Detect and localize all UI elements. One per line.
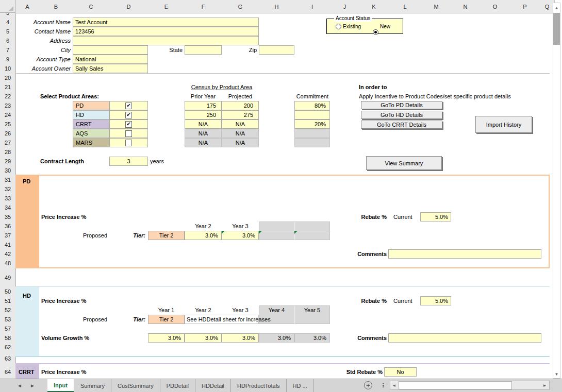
zip-field[interactable]	[259, 45, 294, 55]
row-header-53[interactable]: 53	[0, 315, 16, 325]
row-header-24[interactable]: 24	[0, 110, 16, 120]
row-header-25[interactable]: 25	[0, 120, 16, 129]
column-header-M[interactable]: M	[422, 0, 451, 13]
sheet-nav-right-icon[interactable]: ►	[30, 379, 35, 391]
census-prior-pd[interactable]: 175	[185, 101, 222, 110]
tab-hddetail[interactable]: HDDetail	[195, 379, 231, 392]
row-header-30[interactable]: 30	[0, 166, 16, 176]
v-scroll-down-icon[interactable]: ▼	[553, 370, 560, 378]
address-field[interactable]	[73, 36, 259, 45]
column-header-D[interactable]: D	[109, 0, 148, 13]
hd-rebate-field[interactable]: 5.0%	[420, 296, 451, 305]
row-header-35[interactable]: 35	[0, 212, 16, 222]
account-owner-field[interactable]: Sally Sales	[73, 64, 148, 73]
goto-button-0[interactable]: GoTo PD Details	[361, 101, 442, 109]
hd-volume-year-3[interactable]: 3.0%	[222, 333, 259, 343]
row-header-29[interactable]: 29	[0, 157, 16, 166]
pd-increase-year-2[interactable]: 3.0%	[185, 231, 222, 240]
tab-input[interactable]: Input	[47, 379, 74, 392]
row-header-36[interactable]: 36	[0, 221, 16, 231]
state-field[interactable]	[185, 45, 222, 55]
radio-existing[interactable]	[336, 24, 341, 29]
hd-volume-year-2[interactable]: 3.0%	[185, 333, 222, 343]
row-header-49[interactable]: 49	[0, 268, 16, 287]
commitment-hd[interactable]	[294, 110, 330, 120]
census-projected-hd[interactable]: 275	[222, 110, 259, 120]
column-header-N[interactable]: N	[451, 0, 481, 13]
census-prior-crrt[interactable]: N/A	[185, 120, 222, 129]
goto-button-2[interactable]: GoTo CRRT Details	[361, 121, 442, 129]
checkbox-pd[interactable]: ✔	[125, 103, 132, 109]
v-scroll-thumb[interactable]	[553, 13, 560, 45]
column-header-P[interactable]: P	[510, 0, 540, 13]
row-header-37[interactable]: 37	[0, 231, 16, 241]
row-header-34[interactable]: 34	[0, 203, 16, 213]
goto-button-1[interactable]: GoTo HD Details	[361, 111, 442, 119]
column-header-E[interactable]: E	[148, 0, 185, 13]
column-header-G[interactable]: G	[222, 0, 259, 13]
city-field[interactable]	[73, 45, 148, 55]
column-header-F[interactable]: F	[185, 0, 222, 13]
row-header-27[interactable]: 27	[0, 138, 16, 148]
tab-hd[interactable]: HD ...	[287, 379, 314, 392]
row-header-21[interactable]: 21	[0, 82, 16, 92]
view-summary-button[interactable]: View Summary	[366, 156, 442, 170]
row-header-57[interactable]: 57	[0, 324, 16, 334]
row-header-58[interactable]: 58	[0, 333, 16, 343]
column-header-H[interactable]: H	[259, 0, 295, 13]
radio-new[interactable]	[373, 29, 378, 35]
checkbox-aqs[interactable]	[125, 130, 132, 137]
h-scroll-thumb[interactable]	[399, 381, 512, 389]
row-header-32[interactable]: 32	[0, 184, 16, 194]
row-header-31[interactable]: 31	[0, 175, 16, 185]
row-header-41[interactable]: 41	[0, 240, 16, 250]
row-header-20[interactable]: 20	[0, 73, 16, 83]
row-header-22[interactable]: 22	[0, 92, 16, 101]
checkbox-mars[interactable]	[125, 140, 132, 146]
tab-pddetail[interactable]: PDDetail	[160, 379, 195, 392]
contract-length-field[interactable]: 3	[109, 157, 148, 166]
account-name-field[interactable]: Test Account	[73, 18, 259, 27]
pd-tier-cell[interactable]: Tier 2	[148, 231, 185, 240]
column-header-I[interactable]: I	[294, 0, 330, 13]
row-header-42[interactable]: 42	[0, 249, 16, 259]
checkbox-crrt[interactable]: ✔	[125, 121, 132, 128]
add-sheet-icon[interactable]: +	[364, 381, 372, 389]
pd-rebate-field[interactable]: 5.0%	[420, 212, 451, 221]
h-scroll-left-icon[interactable]: ◄	[390, 381, 398, 389]
tab-custsummary[interactable]: CustSummary	[111, 379, 160, 392]
commitment-crrt[interactable]: 20%	[294, 120, 330, 129]
census-projected-pd[interactable]: 200	[222, 101, 259, 110]
row-header-62[interactable]: 62	[0, 343, 16, 352]
column-header-C[interactable]: C	[73, 0, 110, 13]
hd-comments-field[interactable]	[388, 333, 541, 343]
column-header-K[interactable]: K	[359, 0, 389, 13]
hd-tier-cell[interactable]: Tier 2	[148, 315, 185, 324]
row-header-64[interactable]: 64	[0, 365, 16, 379]
import-history-button[interactable]: Import History	[475, 116, 532, 133]
checkbox-hd[interactable]: ✔	[125, 112, 132, 118]
crrt-std-rebate-field[interactable]: No	[384, 367, 417, 377]
row-header-48[interactable]: 48	[0, 259, 16, 268]
row-header-51[interactable]: 51	[0, 296, 16, 306]
hd-volume-year-1[interactable]: 3.0%	[148, 333, 185, 343]
census-prior-hd[interactable]: 250	[185, 110, 222, 120]
row-header-50[interactable]: 50	[0, 287, 16, 297]
column-header-B[interactable]: B	[39, 0, 73, 13]
commitment-pd[interactable]: 80%	[294, 101, 330, 110]
v-scroll-up-icon[interactable]: ▲	[553, 4, 560, 12]
column-header-L[interactable]: L	[388, 0, 422, 13]
column-header-J[interactable]: J	[330, 0, 360, 13]
pd-comments-field[interactable]	[388, 249, 541, 259]
column-header-A[interactable]: A	[15, 0, 40, 13]
row-header-26[interactable]: 26	[0, 129, 16, 139]
row-header-63[interactable]: 63	[0, 352, 16, 365]
tab-hdproducttotals[interactable]: HDProductTotals	[231, 379, 287, 392]
more-sheets-icon[interactable]: ⋮	[381, 380, 386, 390]
contact-name-field[interactable]: 123456	[73, 27, 259, 36]
row-header-28[interactable]: 28	[0, 147, 16, 157]
pd-increase-year-3[interactable]: 3.0%	[222, 231, 259, 240]
census-projected-crrt[interactable]: N/A	[222, 120, 259, 129]
sheet-nav-left-icon[interactable]: ◄	[17, 379, 22, 391]
row-header-33[interactable]: 33	[0, 194, 16, 203]
